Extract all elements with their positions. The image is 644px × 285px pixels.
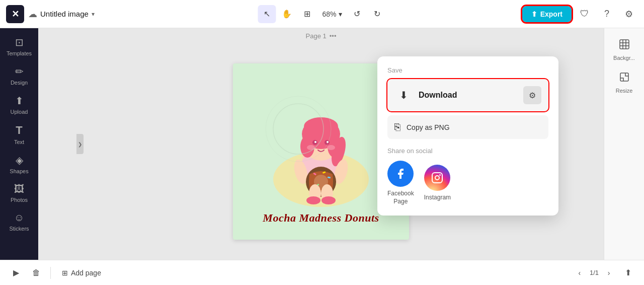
sidebar-item-text[interactable]: T Text [2,120,36,149]
svg-rect-29 [432,173,442,183]
add-page-label: Add page [71,269,101,277]
share-label: Share on social [387,147,548,155]
collapse-icon: ❯ [78,141,82,147]
export-upload-icon: ⬆ [531,10,537,18]
sidebar-item-label: Text [14,139,24,145]
templates-icon: ⊡ [15,36,24,48]
rp-background-label: Backgr... [613,55,635,61]
copy-icon: ⎘ [394,121,400,133]
export-bottom-button[interactable]: ⬆ [620,265,636,281]
svg-point-11 [314,141,316,143]
right-panel: Backgr... Resize [604,28,644,260]
facebook-label: FacebookPage [387,190,414,205]
cloud-icon: ☁ [28,9,37,20]
settings-button[interactable]: ⚙ [620,5,638,23]
social-row: FacebookPage Instagram [387,161,548,205]
topbar: ✕ ☁ Untitled image ▾ ↖ ✋ ⊞ 68% ▾ ↺ ↻ ⬆ E… [0,0,644,28]
resize-icon [618,71,630,86]
svg-point-14 [327,145,335,150]
prev-icon: ‹ [579,269,581,277]
document-title: Untitled image [40,10,89,18]
sidebar-item-photos[interactable]: 🖼 Photos [2,179,36,207]
filter-icon: ⚙ [529,91,536,100]
svg-rect-33 [620,73,628,81]
title-area[interactable]: ☁ Untitled image ▾ [28,9,95,20]
title-chevron-icon: ▾ [92,11,95,18]
download-settings-button[interactable]: ⚙ [523,86,541,104]
next-icon: › [608,269,610,277]
zoom-button[interactable]: 68% ▾ [318,7,346,21]
facebook-item[interactable]: FacebookPage [387,161,414,205]
sidebar-item-label: Upload [11,109,28,115]
stickers-icon: ☺ [14,212,24,224]
shapes-icon: ◈ [16,154,23,166]
sidebar-item-label: Stickers [9,226,29,232]
page-label-area: Page 1 ••• [306,32,337,40]
brand-text: Mocha Madness Donuts [263,211,379,225]
copy-png-row[interactable]: ⎘ Copy as PNG [387,115,548,139]
layout-tool-button[interactable]: ⊞ [298,5,316,23]
settings-icon: ⚙ [625,9,633,20]
svg-point-31 [439,174,441,176]
export-bottom-icon: ⬆ [625,268,631,277]
download-left: ⬇ Download [394,86,457,104]
sidebar-item-design[interactable]: ✏ Design [2,61,36,90]
export-button[interactable]: ⬆ Export [522,6,572,22]
toolbar-center: ↖ ✋ ⊞ 68% ▾ ↺ ↻ [258,5,386,23]
svg-point-26 [321,196,336,204]
page-next-button[interactable]: › [602,266,616,280]
sidebar-item-label: Templates [7,50,32,56]
facebook-icon [387,161,414,187]
sidebar-item-label: Photos [11,197,28,203]
left-sidebar: ⊡ Templates ✏ Design ⬆ Upload T Text ◈ S… [0,28,38,260]
download-icon: ⬇ [394,86,413,104]
background-icon [618,38,630,53]
svg-point-30 [435,176,439,180]
help-icon: ? [604,9,609,19]
page-options-icon[interactable]: ••• [330,32,337,40]
trash-button[interactable]: 🗑 [28,265,44,281]
add-page-icon: ⊞ [62,269,68,277]
select-tool-button[interactable]: ↖ [258,5,276,23]
sidebar-item-shapes[interactable]: ◈ Shapes [2,150,36,178]
redo-button[interactable]: ↻ [368,5,386,23]
sidebar-item-upload[interactable]: ⬆ Upload [2,91,36,119]
shield-button[interactable]: 🛡 [576,5,594,23]
sidebar-item-label: Design [11,80,28,86]
sidebar-collapse-handle[interactable]: ❯ [76,134,84,154]
text-icon: T [16,124,22,137]
save-label: Save [387,66,548,74]
instagram-item[interactable]: Instagram [424,165,451,202]
sidebar-item-stickers[interactable]: ☺ Stickers [2,208,36,236]
present-button[interactable]: ▶ [8,265,24,281]
page-nav: ‹ 1/1 › [573,266,616,280]
page-label: Page 1 [306,32,327,40]
upload-icon: ⬆ [15,95,24,107]
page-prev-button[interactable]: ‹ [573,266,587,280]
canvas-area: ❯ Page 1 ••• [38,28,604,260]
sidebar-item-label: Shapes [10,168,28,174]
download-row[interactable]: ⬇ Download ⚙ [387,79,548,111]
download-label: Download [419,91,457,100]
logo-icon[interactable]: ✕ [6,5,24,23]
rp-item-resize[interactable]: Resize [606,67,642,98]
topbar-right: ⬆ Export 🛡 ? ⚙ [522,5,638,23]
sidebar-item-templates[interactable]: ⊡ Templates [2,32,36,60]
hand-tool-button[interactable]: ✋ [278,5,296,23]
instagram-label: Instagram [424,194,451,202]
design-icon: ✏ [15,65,24,78]
svg-point-25 [306,196,320,204]
main-area: ⊡ Templates ✏ Design ⬆ Upload T Text ◈ S… [0,28,644,260]
present-icon: ▶ [13,268,19,277]
rp-item-background[interactable]: Backgr... [606,34,642,65]
help-button[interactable]: ? [598,5,616,23]
instagram-icon [424,165,450,191]
bottom-bar: ▶ 🗑 ⊞ Add page ‹ 1/1 › ⬆ [0,260,644,285]
svg-point-7 [304,117,338,135]
page-indicator: 1/1 [590,269,599,276]
undo-button[interactable]: ↺ [348,5,366,23]
svg-point-13 [307,145,315,150]
photos-icon: 🖼 [14,183,24,195]
trash-icon: 🗑 [32,268,40,277]
add-page-button[interactable]: ⊞ Add page [57,266,106,280]
